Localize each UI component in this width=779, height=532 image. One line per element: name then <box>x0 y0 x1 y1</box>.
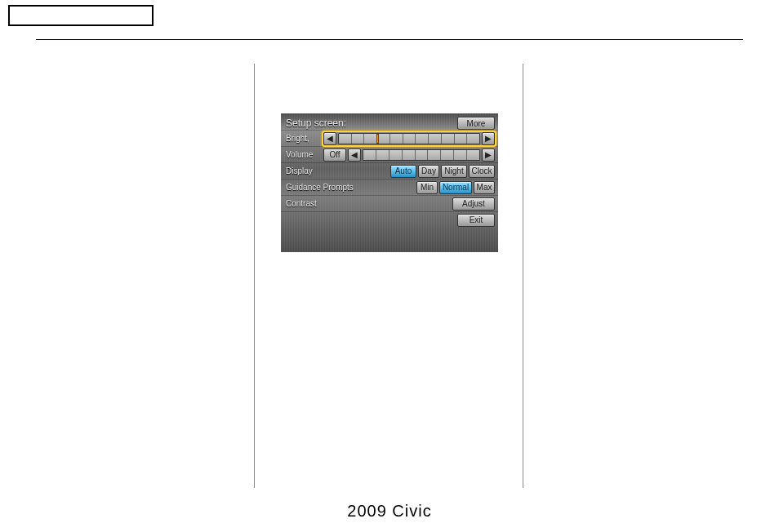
display-label: Display <box>286 166 358 175</box>
volume-ticks <box>363 150 479 160</box>
volume-off-button[interactable]: Off <box>323 149 346 162</box>
guidance-normal-button[interactable]: Normal <box>439 181 472 194</box>
display-night-button[interactable]: Night <box>441 165 467 178</box>
contrast-label: Contrast <box>286 199 366 208</box>
guidance-min-button[interactable]: Min <box>416 181 438 194</box>
volume-right-arrow[interactable]: ▶ <box>482 149 495 162</box>
volume-slider[interactable] <box>363 149 480 161</box>
column-divider-right <box>523 64 523 488</box>
row-contrast: Contrast Adjust <box>281 195 498 211</box>
setup-header: Setup screen: More <box>281 113 498 130</box>
guidance-max-button[interactable]: Max <box>474 181 495 194</box>
row-display: Display Auto Day Night Clock <box>281 162 498 179</box>
row-bright: Bright, ◀ ▶ <box>281 130 498 146</box>
bright-label: Bright, <box>286 134 323 143</box>
top-empty-box <box>8 5 154 26</box>
footer-text: 2009 Civic <box>0 502 779 521</box>
volume-slider-wrap: ◀ ▶ <box>348 149 495 162</box>
bright-left-arrow[interactable]: ◀ <box>323 132 336 145</box>
bright-slider[interactable] <box>338 133 480 144</box>
bright-ticks <box>339 134 479 144</box>
column-divider-left <box>254 64 255 488</box>
display-day-button[interactable]: Day <box>418 165 439 178</box>
header-rule <box>36 39 743 40</box>
guidance-label: Guidance Prompts <box>286 183 374 192</box>
bright-slider-wrap: ◀ ▶ <box>323 132 495 145</box>
display-clock-button[interactable]: Clock <box>469 165 495 178</box>
display-auto-button[interactable]: Auto <box>390 165 416 178</box>
row-guidance: Guidance Prompts Min Normal Max <box>281 179 498 195</box>
volume-left-arrow[interactable]: ◀ <box>348 149 361 162</box>
setup-screen: Setup screen: More Bright, ◀ ▶ Volume Of… <box>281 113 498 252</box>
exit-button[interactable]: Exit <box>457 214 495 227</box>
contrast-adjust-button[interactable]: Adjust <box>452 197 495 211</box>
more-button[interactable]: More <box>457 117 495 130</box>
row-exit: Exit <box>281 211 498 228</box>
row-volume: Volume Off ◀ ▶ <box>281 146 498 162</box>
bright-right-arrow[interactable]: ▶ <box>482 132 495 145</box>
bright-slider-mark <box>376 134 379 144</box>
setup-title: Setup screen: <box>286 117 346 129</box>
volume-label: Volume <box>286 150 323 159</box>
